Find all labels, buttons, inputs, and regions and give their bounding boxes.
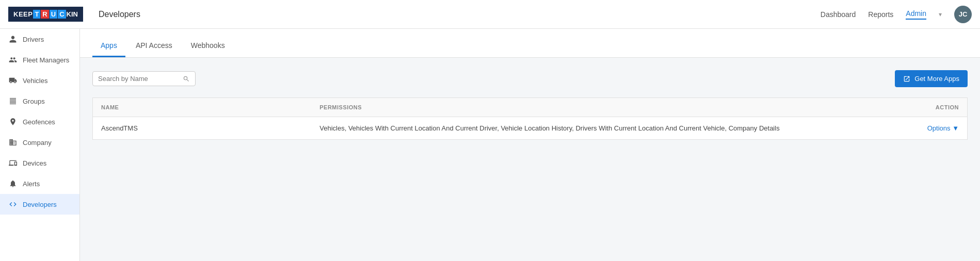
nav-divider: ▾	[939, 11, 942, 18]
sidebar-item-drivers[interactable]: Drivers	[0, 29, 79, 50]
search-box[interactable]	[92, 71, 196, 86]
sidebar-item-fleet-managers[interactable]: Fleet Managers	[0, 50, 79, 70]
content-area: Get More Apps NAME PERMISSIONS ACTION As…	[80, 58, 980, 152]
sidebar-item-geofences[interactable]: Geofences	[0, 111, 79, 132]
logo: KEEP T R U C KIN	[8, 7, 83, 22]
toolbar-row: Get More Apps	[92, 70, 968, 87]
logo-u: U	[50, 10, 57, 19]
tab-webhooks[interactable]: Webhooks	[183, 35, 233, 57]
person-icon	[8, 35, 18, 44]
alerts-icon	[8, 179, 18, 188]
page-title: Developers	[99, 10, 140, 19]
sidebar-label-developers: Developers	[23, 201, 57, 208]
geofence-icon	[8, 117, 18, 126]
logo-c: C	[58, 10, 66, 19]
sidebar-label-company: Company	[23, 139, 52, 146]
sidebar-item-alerts[interactable]: Alerts	[0, 173, 79, 194]
groups-icon	[8, 96, 18, 106]
app-name: AscendTMS	[93, 117, 312, 140]
page-title-area: Developers	[88, 10, 821, 19]
sidebar-item-devices[interactable]: Devices	[0, 153, 79, 173]
apps-table: NAME PERMISSIONS ACTION AscendTMS Vehicl…	[92, 97, 968, 140]
top-nav: KEEP T R U C KIN Developers Dashboard Re…	[0, 0, 980, 29]
logo-area: KEEP T R U C KIN	[8, 7, 88, 22]
main-content: Apps API Access Webhooks Get More Apps N…	[80, 29, 980, 261]
table-header-row: NAME PERMISSIONS ACTION	[93, 98, 968, 117]
sidebar-label-geofences: Geofences	[23, 118, 55, 126]
sidebar-label-fleet-managers: Fleet Managers	[23, 56, 69, 64]
sidebar-item-company[interactable]: Company	[0, 132, 79, 153]
sidebar-label-devices: Devices	[23, 159, 46, 167]
sidebar-label-alerts: Alerts	[23, 180, 40, 188]
search-icon	[183, 75, 190, 83]
admin-link[interactable]: Admin	[906, 9, 926, 20]
avatar[interactable]: JC	[954, 6, 972, 23]
table-row: AscendTMS Vehicles, Vehicles With Curren…	[93, 117, 968, 140]
search-input[interactable]	[98, 75, 179, 83]
logo-keep: KEEP	[13, 10, 33, 18]
developers-icon	[8, 200, 18, 209]
col-action: ACTION	[906, 98, 968, 117]
tabs-bar: Apps API Access Webhooks	[80, 29, 980, 58]
get-more-apps-button[interactable]: Get More Apps	[895, 70, 968, 87]
truck-icon	[8, 76, 18, 85]
app-permissions: Vehicles, Vehicles With Current Location…	[311, 117, 905, 140]
sidebar-label-groups: Groups	[23, 97, 45, 105]
options-link[interactable]: Options ▼	[914, 124, 959, 132]
reports-link[interactable]: Reports	[868, 10, 893, 19]
dashboard-link[interactable]: Dashboard	[821, 10, 856, 19]
col-permissions: PERMISSIONS	[311, 98, 905, 117]
get-more-apps-label: Get More Apps	[914, 75, 959, 83]
sidebar-label-vehicles: Vehicles	[23, 77, 47, 85]
devices-icon	[8, 158, 18, 168]
sidebar-label-drivers: Drivers	[23, 36, 44, 43]
tab-api-access[interactable]: API Access	[127, 35, 181, 57]
nav-links: Dashboard Reports Admin ▾ JC	[821, 6, 972, 23]
sidebar-item-groups[interactable]: Groups	[0, 91, 79, 111]
sidebar-item-developers[interactable]: Developers	[0, 194, 79, 215]
logo-kin: KIN	[67, 10, 78, 18]
col-name: NAME	[93, 98, 312, 117]
tab-apps[interactable]: Apps	[92, 35, 125, 57]
app-action[interactable]: Options ▼	[906, 117, 968, 140]
logo-t: T	[33, 10, 40, 19]
group-icon	[8, 55, 18, 64]
company-icon	[8, 138, 18, 147]
logo-r: R	[41, 10, 49, 19]
sidebar: Drivers Fleet Managers Vehicles Groups G…	[0, 29, 80, 261]
sidebar-item-vehicles[interactable]: Vehicles	[0, 70, 79, 91]
